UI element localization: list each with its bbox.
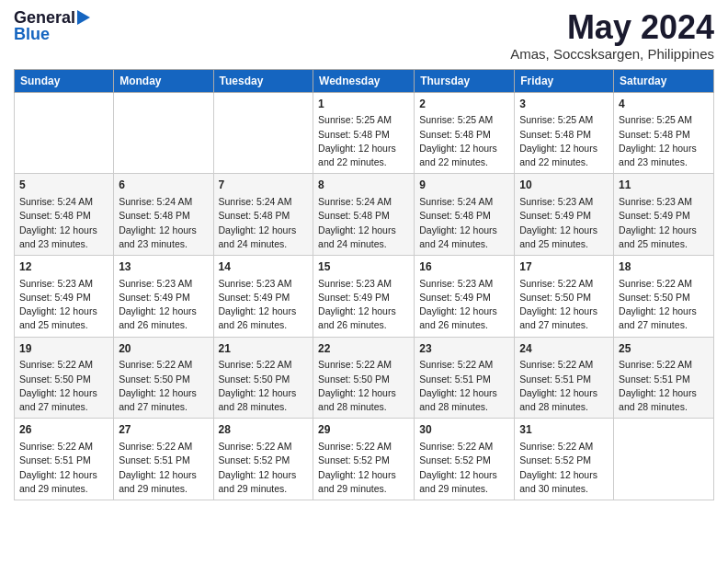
calendar-week-row: 5Sunrise: 5:24 AM Sunset: 5:48 PM Daylig… — [15, 174, 714, 256]
day-number: 30 — [419, 422, 509, 438]
day-info: Sunrise: 5:23 AM Sunset: 5:49 PM Dayligh… — [318, 277, 409, 333]
day-info: Sunrise: 5:22 AM Sunset: 5:52 PM Dayligh… — [318, 440, 409, 496]
day-number: 4 — [619, 97, 709, 112]
logo-triangle-icon — [77, 10, 90, 25]
day-info: Sunrise: 5:25 AM Sunset: 5:48 PM Dayligh… — [419, 113, 509, 169]
calendar-cell: 25Sunrise: 5:22 AM Sunset: 5:51 PM Dayli… — [614, 337, 714, 419]
day-number: 5 — [19, 178, 108, 193]
day-info: Sunrise: 5:23 AM Sunset: 5:49 PM Dayligh… — [519, 195, 609, 251]
calendar-cell: 9Sunrise: 5:24 AM Sunset: 5:48 PM Daylig… — [415, 174, 515, 256]
calendar-cell: 28Sunrise: 5:22 AM Sunset: 5:52 PM Dayli… — [213, 419, 313, 500]
title-area: May 2024 Amas, Soccsksargen, Philippines — [510, 9, 714, 62]
calendar-cell: 27Sunrise: 5:22 AM Sunset: 5:51 PM Dayli… — [114, 419, 213, 500]
calendar-cell: 23Sunrise: 5:22 AM Sunset: 5:51 PM Dayli… — [415, 337, 515, 419]
day-number: 17 — [519, 259, 609, 275]
day-number: 18 — [619, 259, 709, 275]
location-subtitle: Amas, Soccsksargen, Philippines — [510, 46, 714, 62]
calendar-cell: 14Sunrise: 5:23 AM Sunset: 5:49 PM Dayli… — [213, 255, 313, 337]
day-info: Sunrise: 5:22 AM Sunset: 5:52 PM Dayligh… — [419, 440, 509, 496]
day-number: 24 — [519, 341, 609, 357]
day-number: 6 — [119, 178, 208, 193]
column-header-thursday: Thursday — [415, 69, 515, 92]
calendar-cell: 22Sunrise: 5:22 AM Sunset: 5:50 PM Dayli… — [313, 337, 415, 419]
day-number: 28 — [219, 422, 309, 438]
day-number: 8 — [318, 178, 409, 193]
day-info: Sunrise: 5:22 AM Sunset: 5:51 PM Dayligh… — [519, 358, 609, 414]
header: General Blue May 2024 Amas, Soccsksargen… — [14, 9, 714, 62]
calendar-cell: 7Sunrise: 5:24 AM Sunset: 5:48 PM Daylig… — [213, 174, 313, 256]
day-number: 20 — [119, 341, 208, 357]
svg-marker-0 — [77, 10, 90, 25]
column-header-friday: Friday — [515, 69, 614, 92]
calendar-cell — [114, 92, 213, 174]
day-number: 23 — [419, 341, 509, 357]
day-info: Sunrise: 5:22 AM Sunset: 5:50 PM Dayligh… — [318, 358, 409, 414]
day-number: 7 — [219, 178, 309, 193]
calendar-cell: 5Sunrise: 5:24 AM Sunset: 5:48 PM Daylig… — [15, 174, 114, 256]
day-info: Sunrise: 5:22 AM Sunset: 5:51 PM Dayligh… — [119, 440, 208, 496]
calendar-cell — [614, 419, 714, 500]
column-header-sunday: Sunday — [15, 69, 114, 92]
calendar-cell: 16Sunrise: 5:23 AM Sunset: 5:49 PM Dayli… — [415, 255, 515, 337]
day-info: Sunrise: 5:24 AM Sunset: 5:48 PM Dayligh… — [219, 195, 309, 251]
calendar-cell: 30Sunrise: 5:22 AM Sunset: 5:52 PM Dayli… — [415, 419, 515, 500]
calendar-cell: 31Sunrise: 5:22 AM Sunset: 5:52 PM Dayli… — [515, 419, 614, 500]
calendar-cell: 2Sunrise: 5:25 AM Sunset: 5:48 PM Daylig… — [415, 92, 515, 174]
calendar-week-row: 1Sunrise: 5:25 AM Sunset: 5:48 PM Daylig… — [15, 92, 714, 174]
day-number: 14 — [219, 259, 309, 275]
logo: General Blue — [14, 9, 90, 42]
day-info: Sunrise: 5:22 AM Sunset: 5:50 PM Dayligh… — [519, 277, 609, 333]
day-number: 22 — [318, 341, 409, 357]
calendar-cell: 8Sunrise: 5:24 AM Sunset: 5:48 PM Daylig… — [313, 174, 415, 256]
calendar-cell: 21Sunrise: 5:22 AM Sunset: 5:50 PM Dayli… — [213, 337, 313, 419]
day-number: 29 — [318, 422, 409, 438]
day-number: 15 — [318, 259, 409, 275]
calendar-cell: 17Sunrise: 5:22 AM Sunset: 5:50 PM Dayli… — [515, 255, 614, 337]
calendar-week-row: 26Sunrise: 5:22 AM Sunset: 5:51 PM Dayli… — [15, 419, 714, 500]
day-info: Sunrise: 5:23 AM Sunset: 5:49 PM Dayligh… — [419, 277, 509, 333]
logo-general-text: General — [14, 9, 75, 26]
month-title: May 2024 — [510, 9, 714, 46]
column-header-wednesday: Wednesday — [313, 69, 415, 92]
calendar-cell: 10Sunrise: 5:23 AM Sunset: 5:49 PM Dayli… — [515, 174, 614, 256]
calendar-table: SundayMondayTuesdayWednesdayThursdayFrid… — [14, 69, 714, 500]
day-number: 16 — [419, 259, 509, 275]
day-number: 2 — [419, 97, 509, 112]
day-info: Sunrise: 5:25 AM Sunset: 5:48 PM Dayligh… — [318, 113, 409, 169]
day-info: Sunrise: 5:25 AM Sunset: 5:48 PM Dayligh… — [619, 113, 709, 169]
day-info: Sunrise: 5:22 AM Sunset: 5:51 PM Dayligh… — [619, 358, 709, 414]
day-number: 10 — [519, 178, 609, 193]
day-info: Sunrise: 5:23 AM Sunset: 5:49 PM Dayligh… — [619, 195, 709, 251]
day-info: Sunrise: 5:22 AM Sunset: 5:50 PM Dayligh… — [219, 358, 309, 414]
day-number: 19 — [19, 341, 108, 357]
day-number: 25 — [619, 341, 709, 357]
calendar-cell: 4Sunrise: 5:25 AM Sunset: 5:48 PM Daylig… — [614, 92, 714, 174]
day-info: Sunrise: 5:22 AM Sunset: 5:50 PM Dayligh… — [619, 277, 709, 333]
calendar-header-row: SundayMondayTuesdayWednesdayThursdayFrid… — [15, 69, 714, 92]
day-number: 13 — [119, 259, 208, 275]
column-header-tuesday: Tuesday — [213, 69, 313, 92]
column-header-monday: Monday — [114, 69, 213, 92]
day-number: 1 — [318, 97, 409, 112]
day-info: Sunrise: 5:22 AM Sunset: 5:50 PM Dayligh… — [19, 358, 108, 414]
day-number: 11 — [619, 178, 709, 193]
day-number: 3 — [519, 97, 609, 112]
calendar-cell: 12Sunrise: 5:23 AM Sunset: 5:49 PM Dayli… — [15, 255, 114, 337]
day-info: Sunrise: 5:23 AM Sunset: 5:49 PM Dayligh… — [119, 277, 208, 333]
calendar-cell — [15, 92, 114, 174]
day-info: Sunrise: 5:23 AM Sunset: 5:49 PM Dayligh… — [219, 277, 309, 333]
day-info: Sunrise: 5:22 AM Sunset: 5:52 PM Dayligh… — [219, 440, 309, 496]
day-info: Sunrise: 5:25 AM Sunset: 5:48 PM Dayligh… — [519, 113, 609, 169]
calendar-cell: 18Sunrise: 5:22 AM Sunset: 5:50 PM Dayli… — [614, 255, 714, 337]
calendar-cell: 19Sunrise: 5:22 AM Sunset: 5:50 PM Dayli… — [15, 337, 114, 419]
calendar-cell: 15Sunrise: 5:23 AM Sunset: 5:49 PM Dayli… — [313, 255, 415, 337]
calendar-cell: 26Sunrise: 5:22 AM Sunset: 5:51 PM Dayli… — [15, 419, 114, 500]
day-number: 21 — [219, 341, 309, 357]
calendar-cell: 6Sunrise: 5:24 AM Sunset: 5:48 PM Daylig… — [114, 174, 213, 256]
calendar-cell: 11Sunrise: 5:23 AM Sunset: 5:49 PM Dayli… — [614, 174, 714, 256]
calendar-cell: 20Sunrise: 5:22 AM Sunset: 5:50 PM Dayli… — [114, 337, 213, 419]
day-number: 12 — [19, 259, 108, 275]
day-info: Sunrise: 5:22 AM Sunset: 5:51 PM Dayligh… — [19, 440, 108, 496]
calendar-cell — [213, 92, 313, 174]
calendar-cell: 3Sunrise: 5:25 AM Sunset: 5:48 PM Daylig… — [515, 92, 614, 174]
